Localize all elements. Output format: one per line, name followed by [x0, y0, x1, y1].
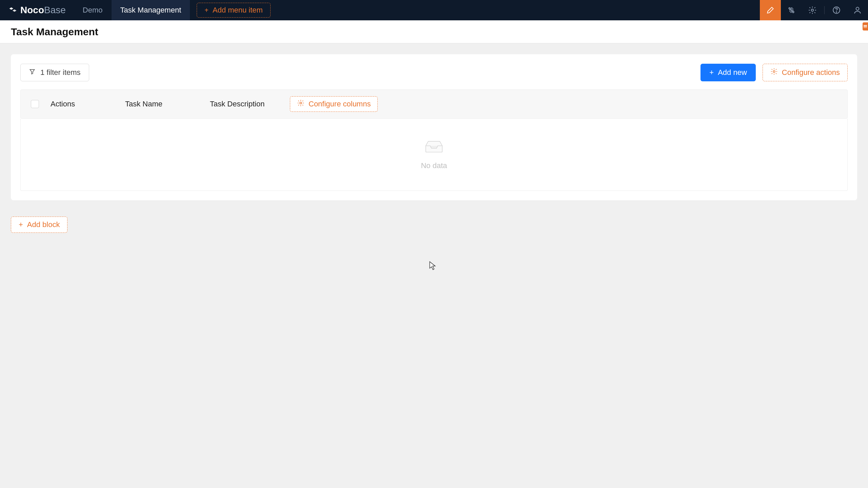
design-mode-button[interactable] — [760, 0, 781, 20]
empty-text: No data — [421, 161, 447, 170]
column-header-actions[interactable]: Actions — [42, 100, 117, 108]
side-panel-toggle[interactable] — [863, 22, 868, 30]
gear-icon — [770, 68, 778, 77]
svg-point-2 — [811, 9, 814, 12]
svg-point-5 — [856, 7, 859, 10]
table-header-row: Actions Task Name Task Description Confi… — [20, 89, 848, 119]
svg-point-0 — [789, 7, 790, 9]
logo-text-light: Base — [44, 5, 66, 16]
add-block-button[interactable]: + Add block — [11, 217, 67, 233]
filter-label: 1 filter items — [40, 68, 81, 77]
svg-point-4 — [836, 12, 837, 13]
configure-actions-button[interactable]: Configure actions — [763, 64, 848, 81]
add-menu-item-label: Add menu item — [213, 6, 263, 15]
logo[interactable]: NocoBase — [0, 0, 74, 20]
add-new-button[interactable]: + Add new — [701, 64, 755, 81]
nav-tab-task-management[interactable]: Task Management — [112, 0, 190, 20]
plus-icon: + — [204, 6, 209, 14]
svg-point-6 — [773, 70, 775, 73]
page-header: Task Management — [0, 20, 868, 43]
add-new-label: Add new — [718, 68, 747, 77]
plus-icon: + — [19, 220, 23, 229]
nav-tab-demo[interactable]: Demo — [74, 0, 112, 20]
card-toolbar: 1 filter items + Add new Configure actio… — [20, 64, 848, 81]
top-nav: NocoBase Demo Task Management + Add menu… — [0, 0, 868, 20]
gear-icon — [297, 99, 304, 109]
column-header-task-name[interactable]: Task Name — [117, 100, 202, 108]
filter-button[interactable]: 1 filter items — [20, 64, 89, 81]
plugin-button[interactable] — [781, 0, 802, 20]
plus-icon: + — [709, 68, 714, 77]
logo-text-bold: Noco — [20, 5, 44, 16]
svg-point-1 — [792, 11, 794, 13]
add-block-label: Add block — [27, 220, 60, 229]
select-all-checkbox[interactable] — [31, 100, 39, 108]
cursor-icon — [429, 261, 437, 272]
configure-actions-label: Configure actions — [782, 68, 840, 77]
table-card: 1 filter items + Add new Configure actio… — [11, 54, 857, 200]
filter-icon — [29, 68, 36, 77]
page-title: Task Management — [11, 26, 98, 38]
settings-button[interactable] — [802, 0, 823, 20]
nav-right — [760, 0, 868, 20]
nav-divider — [824, 6, 825, 14]
select-all-cell — [27, 100, 42, 108]
svg-point-7 — [300, 102, 302, 104]
menu-lines-icon — [864, 25, 867, 28]
table-empty-state: No data — [20, 119, 848, 191]
column-header-task-description[interactable]: Task Description — [202, 100, 290, 108]
logo-icon — [8, 5, 18, 15]
column-header-configure: Configure columns — [290, 96, 378, 112]
toolbar-right: + Add new Configure actions — [701, 64, 848, 81]
configure-columns-label: Configure columns — [309, 100, 371, 108]
nav-tabs: Demo Task Management — [74, 0, 190, 20]
configure-columns-button[interactable]: Configure columns — [290, 96, 378, 112]
empty-inbox-icon — [424, 139, 444, 155]
add-menu-item-button[interactable]: + Add menu item — [197, 3, 271, 18]
user-button[interactable] — [847, 0, 868, 20]
content-wrap: 1 filter items + Add new Configure actio… — [0, 43, 868, 244]
help-button[interactable] — [826, 0, 847, 20]
